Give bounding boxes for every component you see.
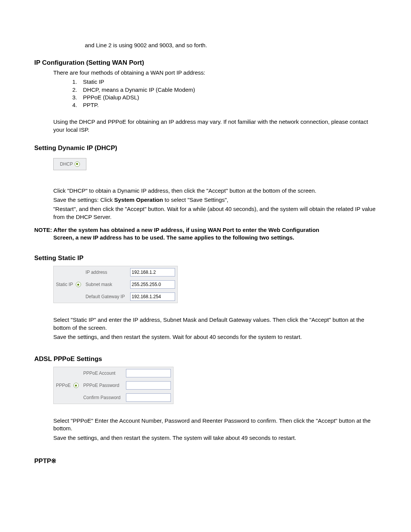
radio-icon: [73, 383, 79, 388]
list-item: 2.DHCP, means a Dynamic IP (Cable Modem): [72, 86, 377, 94]
default-gateway-input[interactable]: [130, 292, 175, 301]
static-para1: Select "Static IP" and enter the IP addr…: [53, 316, 377, 332]
heading-dhcp: Setting Dynamic IP (DHCP): [34, 144, 377, 152]
bold-span: System Operation: [114, 197, 163, 203]
pppoe-para1: Select "PPPoE" Enter the Account Number,…: [53, 417, 377, 433]
radio-icon: [75, 161, 80, 167]
continuation-line: and Line 2 is using 9002 and 9003, and s…: [85, 42, 377, 48]
dhcp-para1c: "Restart", and then click the "Accept" b…: [53, 205, 377, 221]
pppoe-confirm-password-input[interactable]: [126, 393, 171, 402]
static-ip-table: IP address Static IP Subnet mask Default…: [53, 266, 178, 303]
row-label: IP address: [83, 266, 128, 279]
text-span: to select "Save Settings",: [163, 197, 228, 203]
list-item-text: PPPoE (Dialup ADSL): [83, 94, 139, 101]
note-line: Screen, a new IP address has to be used.…: [53, 234, 377, 241]
heading-pptp: PPTP※: [34, 457, 377, 465]
list-item: 4.PPTP.: [72, 101, 377, 109]
ip-config-intro: There are four methods of obtaining a WA…: [53, 69, 377, 77]
static-para2: Save the settings, and then restart the …: [53, 333, 377, 341]
heading-pppoe: ADSL PPPoE Settings: [34, 355, 377, 363]
list-item: 1.Static IP: [72, 78, 377, 86]
row-label: Default Gateway IP: [83, 291, 128, 303]
list-item: 3.PPPoE (Dialup ADSL): [72, 94, 377, 101]
list-item-text: Static IP: [83, 78, 104, 85]
pppoe-password-input[interactable]: [126, 381, 171, 390]
row-label: PPPoE Account: [81, 367, 124, 380]
dhcp-para1b: Save the settings: Click System Operatio…: [53, 196, 377, 204]
pppoe-para2: Save the settings, and then restart the …: [53, 434, 377, 442]
dhcp-radio-screenshot: DHCP: [53, 158, 86, 170]
method-list: 1.Static IP 2.DHCP, means a Dynamic IP (…: [72, 78, 377, 109]
list-item-text: PPTP.: [83, 102, 99, 108]
heading-ip-configuration: IP Configuration (Setting WAN Port): [34, 59, 377, 67]
note-line: NOTE: After the system has obtained a ne…: [34, 227, 319, 233]
pppoe-account-input[interactable]: [126, 369, 171, 377]
radio-label-static: Static IP: [56, 282, 73, 287]
heading-static-ip: Setting Static IP: [34, 254, 377, 262]
subnet-mask-input[interactable]: [130, 280, 175, 289]
row-label: PPPoE Password: [81, 379, 124, 391]
ip-address-input[interactable]: [130, 268, 175, 276]
radio-label-pppoe: PPPoE: [56, 383, 71, 388]
row-label: Subnet mask: [83, 278, 128, 291]
dhcp-note: NOTE: After the system has obtained a ne…: [34, 226, 377, 242]
list-item-text: DHCP, means a Dynamic IP (Cable Modem): [83, 86, 195, 93]
radio-icon: [76, 282, 81, 287]
text-span: Save the settings: Click: [53, 197, 114, 203]
dhcp-para1a: Click "DHCP" to obtain a Dynamic IP addr…: [53, 187, 377, 195]
ip-config-para2: Using the DHCP and PPPoE for obtaining a…: [53, 118, 377, 134]
dhcp-radio-label: DHCP: [60, 161, 73, 167]
pppoe-table: PPPoE Account PPPoE PPPoE Password Confi…: [53, 367, 174, 404]
row-label: Confirm Password: [81, 391, 124, 404]
